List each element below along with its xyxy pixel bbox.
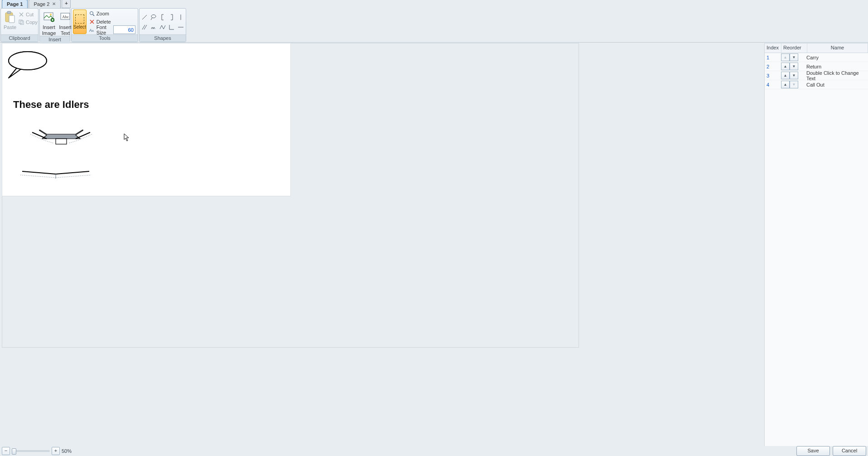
reorder-up-button[interactable]: ▲ — [781, 81, 790, 88]
svg-marker-30 — [39, 130, 83, 139]
shape-bracket-left-icon[interactable] — [159, 13, 167, 22]
cut-button[interactable]: Cut — [18, 10, 39, 18]
svg-line-22 — [151, 18, 152, 20]
object-name[interactable]: Double Click to Change Text — [804, 70, 868, 81]
font-size-icon: A A — [89, 27, 95, 33]
group-label: Tools — [72, 34, 138, 42]
object-index: 1 — [765, 55, 781, 60]
select-marquee-icon — [75, 15, 84, 24]
svg-point-14 — [90, 11, 93, 15]
object-name[interactable]: Call Out — [804, 82, 868, 87]
svg-rect-33 — [56, 139, 67, 144]
svg-point-21 — [151, 15, 156, 18]
zoom-slider-thumb[interactable] — [12, 448, 16, 455]
cancel-button[interactable]: Cancel — [833, 446, 866, 456]
svg-line-20 — [142, 15, 147, 19]
shape-line-vertical-icon[interactable] — [177, 13, 185, 22]
shape-return-idler[interactable] — [19, 169, 92, 180]
shape-line-diagonal[interactable] — [140, 13, 149, 22]
page-surface[interactable]: These are Idlers — [2, 44, 290, 196]
shape-angle-icon[interactable] — [168, 23, 176, 32]
zoom-out-button[interactable]: − — [2, 447, 10, 455]
col-index[interactable]: Index — [765, 44, 781, 53]
reorder-controls: ▲▼ — [781, 53, 804, 61]
ribbon: Paste Cut — [0, 8, 868, 43]
image-icon — [42, 10, 56, 24]
select-label: Select — [73, 24, 86, 29]
object-row[interactable]: 3▲▼Double Click to Change Text — [765, 71, 868, 80]
copy-button[interactable]: Copy — [18, 18, 39, 26]
shape-callout[interactable] — [6, 50, 49, 80]
group-label: Insert — [40, 36, 70, 43]
tab-page-1[interactable]: Page 1 — [2, 0, 28, 8]
delete-tool-button[interactable]: Delete — [88, 18, 136, 25]
paste-label: Paste — [4, 24, 16, 30]
text-icon: Abc — [58, 10, 72, 24]
action-bar: Save Cancel — [796, 446, 866, 455]
object-index: 2 — [765, 64, 781, 69]
svg-text:A: A — [92, 29, 94, 32]
reorder-up-button[interactable]: ▲ — [781, 63, 790, 70]
group-tools: Select Zoom — [71, 8, 138, 42]
shape-zigzag-icon[interactable] — [159, 23, 167, 32]
object-row[interactable]: 4▲▼Call Out — [765, 80, 868, 89]
svg-text:Abc: Abc — [62, 15, 69, 19]
font-size-input[interactable] — [113, 25, 135, 34]
object-name[interactable]: Return — [804, 64, 868, 69]
zoom-slider[interactable] — [12, 450, 50, 452]
col-name[interactable]: Name — [807, 44, 868, 53]
font-size-row: A A Font Size — [88, 26, 136, 34]
object-index: 4 — [765, 82, 781, 87]
shape-carry-idler[interactable] — [29, 130, 93, 150]
objects-panel-header: Index Reorder Name — [765, 44, 868, 53]
shape-double-line-icon[interactable] — [140, 23, 149, 32]
insert-text-button[interactable]: Abc Insert Text — [58, 10, 73, 36]
reorder-down-button: ▼ — [790, 81, 798, 88]
shape-callout-icon[interactable] — [149, 13, 158, 22]
reorder-down-button[interactable]: ▼ — [790, 72, 798, 79]
paste-icon — [3, 10, 17, 24]
object-row[interactable]: 1▲▼Carry — [765, 53, 868, 62]
insert-text-label-1: Insert — [59, 24, 72, 30]
shape-line-horizontal-icon[interactable] — [177, 23, 185, 32]
reorder-down-button[interactable]: ▼ — [790, 63, 798, 70]
tab-label: Page 1 — [7, 0, 23, 8]
page-tabstrip: Page 1 Page 2 ✕ + — [0, 0, 868, 8]
zoom-tool-button[interactable]: Zoom — [88, 10, 136, 17]
canvas-area[interactable]: These are Idlers — [2, 43, 579, 348]
group-insert: Insert Image Abc Insert Text Insert — [39, 8, 70, 42]
zoom-in-button[interactable]: + — [52, 447, 60, 455]
insert-image-button[interactable]: Insert Image — [41, 10, 57, 36]
svg-point-8 — [50, 14, 52, 15]
group-clipboard: Paste Cut — [0, 8, 39, 42]
col-reorder[interactable]: Reorder — [781, 44, 807, 53]
insert-image-label-2: Image — [42, 30, 56, 36]
reorder-up-button[interactable]: ▲ — [781, 72, 790, 79]
delete-icon — [89, 19, 95, 24]
shape-bracket-right-icon[interactable] — [168, 13, 176, 22]
reorder-controls: ▲▼ — [781, 72, 804, 79]
copy-icon — [19, 19, 24, 25]
object-index: 3 — [765, 73, 781, 78]
close-icon[interactable]: ✕ — [52, 0, 56, 8]
zoom-bar: − + 50% — [2, 447, 72, 455]
zoom-value: 50% — [62, 448, 72, 454]
reorder-controls: ▲▼ — [781, 81, 804, 88]
tab-page-2[interactable]: Page 2 ✕ — [29, 0, 61, 8]
cut-label: Cut — [26, 12, 34, 17]
reorder-up-button: ▲ — [781, 53, 790, 61]
zoom-label: Zoom — [96, 11, 109, 16]
object-name[interactable]: Carry — [804, 55, 868, 60]
paste-button[interactable]: Paste — [2, 10, 18, 30]
font-size-label: Font Size — [96, 24, 111, 35]
shape-wave-icon[interactable] — [149, 23, 158, 32]
reorder-down-button[interactable]: ▼ — [790, 53, 798, 61]
add-page-button[interactable]: + — [62, 0, 71, 8]
heading-text[interactable]: These are Idlers — [13, 99, 89, 111]
svg-marker-35 — [124, 134, 129, 141]
group-shapes: Shapes — [139, 8, 186, 42]
select-tool-button[interactable]: Select — [73, 10, 87, 34]
save-button[interactable]: Save — [796, 446, 830, 456]
cut-icon — [19, 12, 24, 17]
delete-label: Delete — [96, 19, 111, 24]
